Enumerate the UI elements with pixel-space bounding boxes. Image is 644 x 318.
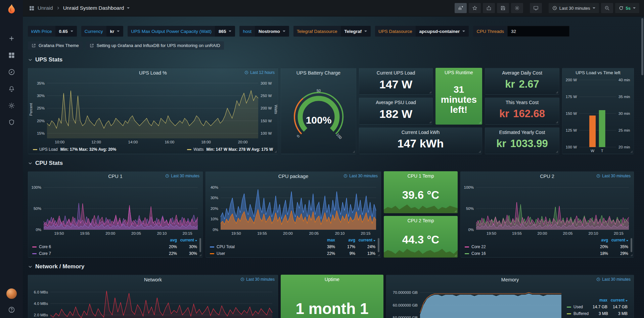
sidebar-dashboards-button[interactable] bbox=[8, 52, 15, 59]
series-name[interactable]: CPU Total bbox=[210, 244, 315, 249]
panel-title[interactable]: UPS Load vs Time left bbox=[576, 70, 620, 75]
legend-column-current[interactable]: current bbox=[608, 238, 628, 242]
share-button[interactable] bbox=[483, 3, 495, 13]
breadcrumb-app[interactable]: Unraid bbox=[38, 5, 53, 11]
apps-grid-icon[interactable] bbox=[29, 5, 35, 11]
sidebar-admin-button[interactable] bbox=[8, 119, 15, 126]
series-name[interactable]: Core 22 bbox=[465, 244, 588, 249]
variable-currency-value[interactable]: kr bbox=[106, 26, 124, 37]
cycle-view-button[interactable] bbox=[530, 3, 542, 13]
panel-title[interactable]: CPU 1 bbox=[108, 174, 123, 179]
ups-load-chart[interactable]: 15%100 W20%150 W25%200 W30%250 W35%300 W… bbox=[28, 77, 278, 145]
series-name[interactable]: Core 7 bbox=[32, 251, 157, 256]
variable-ups-datasource-value[interactable]: apcupsd-container bbox=[416, 26, 469, 37]
stat-title[interactable]: Average Daily Cost bbox=[485, 70, 559, 76]
stat-title[interactable]: Current UPS Load bbox=[359, 70, 432, 76]
svg-text:100 W: 100 W bbox=[261, 131, 272, 135]
series-name[interactable]: User bbox=[210, 251, 315, 256]
legend-entry[interactable]: WattsMin: 147 W Max: 278 W Avg: 175 W bbox=[187, 147, 273, 152]
variable-label: Currency bbox=[81, 26, 106, 37]
refresh-picker[interactable]: 5s bbox=[615, 3, 639, 13]
stat-title[interactable]: Current Load kWh bbox=[359, 130, 482, 135]
legend-column-avg[interactable]: avg bbox=[335, 238, 355, 242]
user-avatar[interactable] bbox=[6, 288, 17, 299]
legend-scrollbar[interactable] bbox=[378, 238, 379, 252]
svg-text:19:55: 19:55 bbox=[257, 231, 267, 235]
panel-title[interactable]: UPS Battery Charge bbox=[296, 70, 340, 76]
link-ups-monitoring-guide[interactable]: Setting up Grafana and InfluxDB for UPS … bbox=[86, 41, 224, 50]
panel-title[interactable]: UPS Load % bbox=[139, 70, 167, 76]
sort-caret-icon bbox=[195, 240, 197, 241]
legend-column-current[interactable]: current bbox=[607, 298, 628, 303]
legend-entry[interactable]: UPS LoadMin: 17% Max: 32% Avg: 20% bbox=[33, 147, 116, 152]
sidebar-alerting-button[interactable] bbox=[8, 85, 15, 92]
section-network-memory[interactable]: Network / Memory bbox=[28, 262, 634, 271]
stat-title[interactable]: CPU 2 Temp bbox=[384, 218, 458, 223]
panel-title[interactable]: CPU package bbox=[278, 174, 308, 179]
legend-column-avg[interactable]: avg bbox=[588, 238, 608, 242]
svg-text:40 min: 40 min bbox=[618, 78, 630, 82]
series-name[interactable]: Used bbox=[567, 305, 587, 309]
zoom-out-button[interactable] bbox=[601, 3, 613, 13]
legend-scrollbar[interactable] bbox=[199, 238, 201, 252]
sidebar-create-button[interactable] bbox=[8, 35, 15, 42]
variable-value: Telegraf bbox=[344, 29, 362, 34]
series-name[interactable]: Core 6 bbox=[32, 244, 157, 249]
grafana-logo-icon[interactable] bbox=[5, 3, 18, 16]
time-range-picker[interactable]: Last 30 minutes bbox=[549, 3, 599, 13]
time-range-override: Last 30 minutes bbox=[240, 277, 275, 282]
section-cpu-stats[interactable]: CPU Stats bbox=[28, 159, 634, 168]
variable-ups-max-output-value[interactable]: 865 bbox=[215, 26, 235, 37]
star-button[interactable] bbox=[469, 3, 481, 13]
cpu-threads-input[interactable] bbox=[507, 26, 569, 37]
panel-title[interactable]: Memory bbox=[501, 277, 519, 282]
scrollbar-thumb[interactable] bbox=[641, 18, 643, 75]
ups-load-vs-time-chart[interactable]: 100 W20 min125 W25 min150 W30 min175 W35… bbox=[562, 77, 634, 154]
cpu1-chart[interactable]: 0%50%100%19:5019:5520:0020:0520:1020:15 bbox=[28, 181, 202, 236]
save-button[interactable] bbox=[497, 3, 509, 13]
legend-column-avg[interactable]: avg bbox=[157, 238, 177, 242]
stat-title[interactable]: Uptime bbox=[281, 277, 383, 282]
link-grafana-plex-theme[interactable]: Grafana Plex Theme bbox=[28, 41, 83, 50]
memory-chart[interactable]: 50.000000 GB60.000000 GB70.000000 GB bbox=[386, 284, 565, 318]
panel-header: CPU 2 Last 30 minutes bbox=[461, 172, 634, 181]
cpu2-chart[interactable]: 0%50%100%19:5019:5520:0020:0520:1020:15 bbox=[461, 181, 634, 236]
legend-column-current[interactable]: current bbox=[355, 238, 375, 242]
top-nav: Unraid Unraid System Dashboard bbox=[23, 0, 644, 16]
legend-column-max[interactable]: max bbox=[315, 238, 335, 242]
section-ups-stats[interactable]: UPS Stats bbox=[28, 55, 634, 64]
chevron-right-icon bbox=[56, 6, 60, 10]
stat-title[interactable]: This Years Cost bbox=[485, 100, 559, 105]
legend-column-current[interactable]: current bbox=[177, 238, 197, 242]
sidebar-configuration-button[interactable] bbox=[8, 102, 15, 109]
series-swatch bbox=[465, 246, 469, 247]
svg-text:40%: 40% bbox=[211, 185, 218, 189]
sidebar-help-button[interactable] bbox=[8, 306, 15, 313]
breadcrumb: Unraid Unraid System Dashboard bbox=[29, 5, 130, 11]
dashboard-title[interactable]: Unraid System Dashboard bbox=[63, 5, 124, 11]
cpu-package-chart[interactable]: 0%10%20%30%40%19:5019:5520:0020:0520:102… bbox=[206, 181, 381, 236]
series-name[interactable]: Core 16 bbox=[465, 251, 588, 256]
variable-telegraf-datasource-value[interactable]: Telegraf bbox=[341, 26, 371, 37]
chevron-down-icon[interactable] bbox=[127, 7, 130, 9]
variable-kwh-price-value[interactable]: 0.65 bbox=[55, 26, 77, 37]
dashboard-links-row: Grafana Plex Theme Setting up Grafana an… bbox=[28, 41, 634, 50]
stat-title[interactable]: Average PSU Load bbox=[359, 100, 432, 105]
stat-title[interactable]: CPU 1 Temp bbox=[384, 173, 458, 179]
stat-title[interactable]: Estimated Yearly Cost bbox=[485, 130, 559, 135]
series-name[interactable]: Buffered bbox=[567, 311, 589, 316]
series-swatch bbox=[187, 149, 191, 150]
network-chart[interactable]: 2.0 MBs4.0 MBs6.0 MBs19:5019:5520:0020:0… bbox=[28, 284, 278, 318]
add-panel-button[interactable] bbox=[455, 3, 467, 13]
variable-host-value[interactable]: Nostromo bbox=[255, 26, 289, 37]
legend-value: 29% bbox=[608, 251, 628, 256]
legend-column-max[interactable]: max bbox=[587, 298, 607, 303]
svg-text:100%: 100% bbox=[32, 185, 41, 189]
external-link-icon bbox=[32, 43, 36, 48]
panel-title[interactable]: CPU 2 bbox=[540, 174, 554, 179]
sidebar-explore-button[interactable] bbox=[8, 69, 15, 76]
panel-title[interactable]: Network bbox=[144, 277, 162, 282]
dashboard-settings-button[interactable] bbox=[511, 3, 523, 13]
stat-title[interactable]: UPS Runtime bbox=[435, 70, 482, 75]
legend-scrollbar[interactable] bbox=[631, 238, 632, 252]
